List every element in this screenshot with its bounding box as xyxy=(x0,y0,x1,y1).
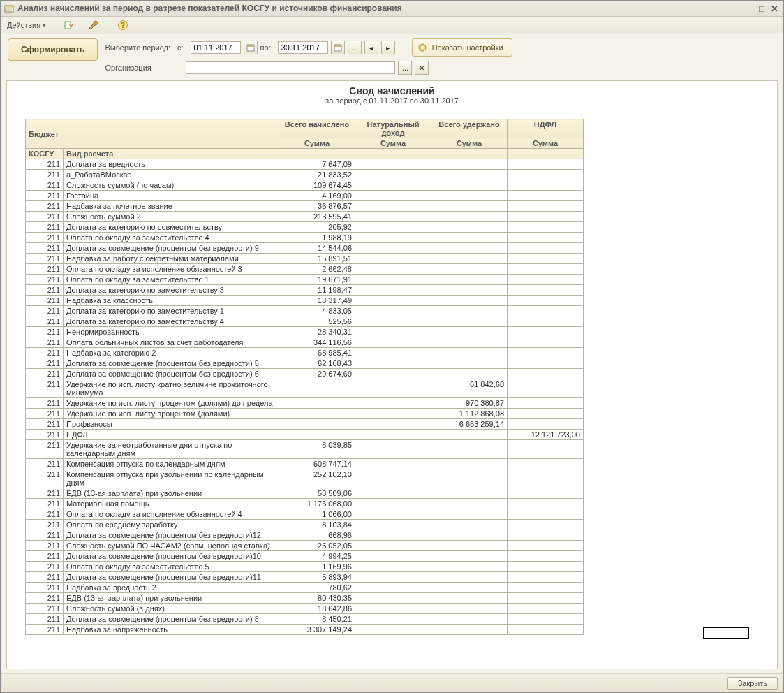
table-row[interactable]: 211Доплата за совмещение (процентом без … xyxy=(26,369,584,379)
cell-withheld xyxy=(431,337,508,348)
close-button[interactable]: Закрыть xyxy=(727,677,778,690)
table-row[interactable]: 211Ненормированность28 340,31 xyxy=(26,327,584,337)
close-window-button[interactable]: ✕ xyxy=(768,3,781,14)
calendar-from-button[interactable] xyxy=(244,41,258,54)
cell-withheld xyxy=(431,614,508,625)
cell-withheld xyxy=(431,469,508,488)
cell-name: Сложность суммой (в днях) xyxy=(64,604,279,614)
table-row[interactable]: 211Надбавка за работу с секретными матер… xyxy=(26,254,584,264)
cell-accrued xyxy=(279,409,355,419)
table-row[interactable]: 211Доплата за совмещение (процентом без … xyxy=(26,530,584,541)
table-row[interactable]: 211Доплата за категорию по совместительс… xyxy=(26,222,584,233)
table-row[interactable]: 211Сложность суммой 2213 595,41 xyxy=(26,212,584,222)
table-row[interactable]: 211Доплата за совмещение (процентом без … xyxy=(26,243,584,254)
table-row[interactable]: 211Сложность суммой ПО ЧАСАМ2 (совм, неп… xyxy=(26,541,584,551)
period-prev-button[interactable]: ◂ xyxy=(364,41,378,54)
table-row[interactable]: 211Доплата за совмещение (процентом без … xyxy=(26,551,584,562)
table-row[interactable]: 211Удержание по исп. листу кратно величи… xyxy=(26,379,584,398)
table-row[interactable]: 211Удержание по исп. листу процентом (до… xyxy=(26,409,584,419)
table-row[interactable]: 211а_РаботаВМоскве21 833,52 xyxy=(26,170,584,180)
table-row[interactable]: 211Удержание по исп. листу процентом (до… xyxy=(26,398,584,409)
table-row[interactable]: 211Доплата за вредность7 647,09 xyxy=(26,159,584,170)
svg-text:?: ? xyxy=(121,22,125,29)
cell-kosgu: 211 xyxy=(26,296,64,306)
cell-withheld xyxy=(431,541,508,551)
table-row[interactable]: 211Надбавка за напряженность3 307 149,24 xyxy=(26,625,584,635)
settings-tool[interactable] xyxy=(82,17,103,33)
org-label: Организация xyxy=(105,64,183,72)
table-row[interactable]: 211Оплата больничных листов за счет рабо… xyxy=(26,337,584,348)
cell-kosgu: 211 xyxy=(26,337,64,348)
table-row[interactable]: 211Компенсация отпуска по календарным дн… xyxy=(26,459,584,469)
table-row[interactable]: 211Профвзносы6 663 259,14 xyxy=(26,419,584,430)
cell-natural xyxy=(355,285,431,296)
table-row[interactable]: 211ЕДВ (13-ая зарплата) при увольнении53… xyxy=(26,488,584,499)
table-row[interactable]: 211Компенсация отпуска при увольнении по… xyxy=(26,469,584,488)
table-row[interactable]: 211Сложность суммой (по часам)109 674,45 xyxy=(26,180,584,191)
cell-ndfl xyxy=(508,296,584,306)
date-to-input[interactable] xyxy=(278,41,328,54)
cell-ndfl xyxy=(508,348,584,358)
table-row[interactable]: 211Надбавка за категорию 268 985,41 xyxy=(26,348,584,358)
org-input[interactable] xyxy=(186,61,395,74)
cell-ndfl xyxy=(508,379,584,398)
table-row[interactable]: 211Доплата за совмещение (процентом без … xyxy=(26,572,584,583)
table-row[interactable]: 211Доплата за категорию по заместительст… xyxy=(26,316,584,327)
table-row[interactable]: 211Оплата по окладу за заместительство 5… xyxy=(26,562,584,572)
table-row[interactable]: 211НДФЛ12 121 723,00 xyxy=(26,430,584,440)
cell-name: Доплата за совмещение (процентом без вре… xyxy=(64,530,279,541)
table-row[interactable]: 211Оплата по окладу за заместительство 1… xyxy=(26,275,584,285)
actions-menu[interactable]: Действия ▾ xyxy=(3,17,50,33)
cell-withheld xyxy=(431,625,508,635)
cell-withheld: 6 663 259,14 xyxy=(431,419,508,430)
table-row[interactable]: 211Оплата по окладу за исполнение обязан… xyxy=(26,264,584,275)
period-picker-button[interactable]: … xyxy=(348,41,362,54)
table-row[interactable]: 211Гостайна4 169,00 xyxy=(26,191,584,201)
table-row[interactable]: 211Оплата по среднему заработку8 103,84 xyxy=(26,520,584,530)
minimize-button[interactable]: _ xyxy=(743,3,755,14)
chevron-down-icon: ▾ xyxy=(43,22,46,29)
org-select-button[interactable]: … xyxy=(398,61,412,75)
cell-name: Оплата по окладу за заместительство 5 xyxy=(64,562,279,572)
cell-accrued xyxy=(279,430,355,440)
help-button[interactable]: ? xyxy=(112,17,133,33)
cell-name: Доплата за совмещение (процентом без вре… xyxy=(64,551,279,562)
date-from-input[interactable] xyxy=(191,41,241,54)
table-row[interactable]: 211Доплата за совмещение (процентом без … xyxy=(26,358,584,369)
cell-natural xyxy=(355,358,431,369)
cell-kosgu: 211 xyxy=(26,243,64,254)
table-row[interactable]: 211Сложность суммой (в днях)18 642,86 xyxy=(26,604,584,614)
table-row[interactable]: 211Доплата за категорию по заместительст… xyxy=(26,285,584,296)
window-title: Анализ начислений за период в разрезе по… xyxy=(17,3,743,13)
period-next-button[interactable]: ▸ xyxy=(381,41,395,54)
table-row[interactable]: 211Оплата по окладу за заместительство 4… xyxy=(26,233,584,243)
table-row[interactable]: 211Надбавка за вредность 2780,62 xyxy=(26,583,584,593)
table-row[interactable]: 211Удержание за неотработанные дни отпус… xyxy=(26,440,584,459)
cell-withheld xyxy=(431,180,508,191)
maximize-button[interactable]: □ xyxy=(755,3,768,14)
cell-accrued: -8 039,85 xyxy=(279,440,355,459)
table-row[interactable]: 211Надбавка за классность18 317,49 xyxy=(26,296,584,306)
table-row[interactable]: 211Доплата за категорию по заместительст… xyxy=(26,306,584,316)
cell-natural xyxy=(355,201,431,212)
cell-kosgu: 211 xyxy=(26,159,64,170)
table-row[interactable]: 211Материальная помощь1 176 068,00 xyxy=(26,499,584,509)
cell-kosgu: 211 xyxy=(26,572,64,583)
calendar-to-button[interactable] xyxy=(331,41,345,54)
table-row[interactable]: 211Оплата по окладу за исполнение обязан… xyxy=(26,509,584,520)
table-row[interactable]: 211Надбавка за почетное звание36 876,57 xyxy=(26,201,584,212)
cell-kosgu: 211 xyxy=(26,419,64,430)
cell-natural xyxy=(355,348,431,358)
generate-button[interactable]: Сформировать xyxy=(8,38,98,61)
cell-accrued: 14 544,06 xyxy=(279,243,355,254)
hdr-budget: Бюджет xyxy=(26,119,279,149)
table-row[interactable]: 211ЕДВ (13-ая зарплата) при увольнении80… xyxy=(26,593,584,604)
cell-natural xyxy=(355,440,431,459)
export-button[interactable] xyxy=(59,17,80,33)
cell-name: Надбавка за классность xyxy=(64,296,279,306)
cell-accrued: 109 674,45 xyxy=(279,180,355,191)
table-row[interactable]: 211Доплата за совмещение (процентом без … xyxy=(26,614,584,625)
org-clear-button[interactable]: ✕ xyxy=(415,61,429,75)
report-viewport[interactable]: Свод начислений за период с 01.11.2017 п… xyxy=(6,80,778,669)
show-settings-button[interactable]: Показать настройки xyxy=(412,38,512,57)
